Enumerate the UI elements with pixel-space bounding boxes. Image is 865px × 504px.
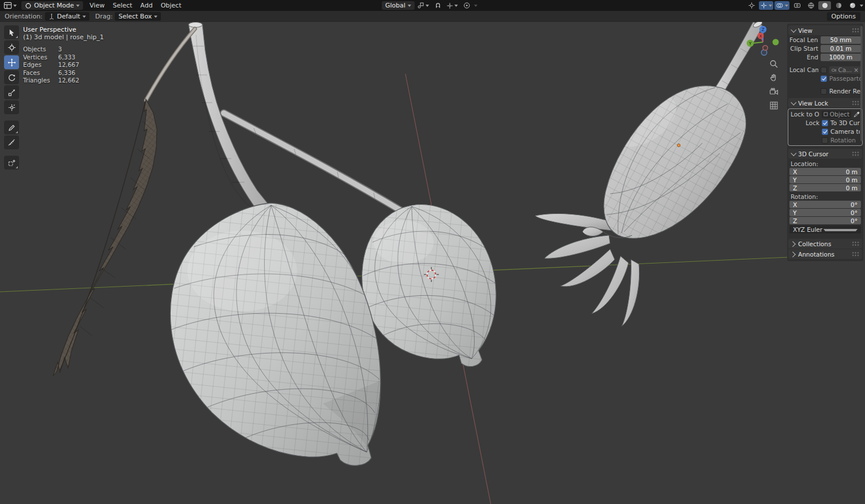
snap-toggle[interactable] <box>431 1 444 10</box>
select-box-icon <box>7 28 16 37</box>
sidebar-scrollbar[interactable] <box>860 26 863 141</box>
toggle-xray[interactable] <box>791 1 803 10</box>
mode-label: Object Mode <box>34 2 74 9</box>
model-rose-hip-right[interactable] <box>600 81 755 242</box>
render-region-checkbox[interactable] <box>821 88 827 95</box>
panel-title-3d-cursor: 3D Cursor <box>798 151 849 157</box>
active-tool-icon-button[interactable] <box>745 1 758 10</box>
toggle-ortho-button[interactable] <box>769 100 779 111</box>
chevron-down-icon <box>791 100 796 106</box>
gizmo-axis-y-neg[interactable] <box>773 39 779 46</box>
panel-header-annotations[interactable]: Annotations <box>788 249 862 259</box>
show-overlays-toggle[interactable] <box>774 1 789 10</box>
shading-solid-button[interactable] <box>818 1 831 10</box>
model-leaf[interactable] <box>46 92 167 386</box>
cursor-location-y-field[interactable]: Y 0 m <box>789 176 861 183</box>
panel-grip-icon[interactable] <box>852 241 859 246</box>
tool-transform[interactable] <box>4 100 19 114</box>
axis-label: Y <box>793 176 796 183</box>
menu-object[interactable]: Object <box>157 0 186 11</box>
gizmo-icon <box>760 2 768 9</box>
chevron-right-icon <box>790 241 796 247</box>
eyedropper-icon[interactable] <box>853 111 860 118</box>
shading-rendered-icon <box>849 2 856 9</box>
zoom-icon <box>769 59 778 69</box>
clip-start-field[interactable]: 0.01 m <box>821 45 861 52</box>
panel-header-3d-cursor[interactable]: 3D Cursor <box>788 149 862 159</box>
chevron-down-icon <box>13 5 17 9</box>
tool-annotate[interactable] <box>4 121 19 134</box>
xray-icon <box>793 2 801 9</box>
chevron-down-icon <box>154 16 157 20</box>
tool-add-cube[interactable] <box>4 156 19 170</box>
camera-to-view-label: Camera to Vi... <box>830 128 860 135</box>
viewport-3d[interactable]: User Perspective (1) 3d model | rose_hip… <box>0 22 865 504</box>
focal-length-field[interactable]: 50 mm <box>821 36 861 44</box>
tool-scale[interactable] <box>4 85 19 99</box>
menu-view[interactable]: View <box>85 0 108 11</box>
cursor-location-label: Location: <box>791 160 860 167</box>
tool-move[interactable] <box>4 55 19 69</box>
local-camera-field[interactable]: Ca... × <box>829 66 861 74</box>
cursor-rotation-z-field[interactable]: Z 0° <box>789 217 861 224</box>
lock-rotation-checkbox[interactable] <box>822 137 828 144</box>
show-gizmo-toggle[interactable] <box>759 1 773 10</box>
camera-view-button[interactable] <box>769 86 779 97</box>
euler-order-dropdown[interactable]: XYZ Euler <box>789 225 861 234</box>
editor-3d-viewport-icon <box>3 1 12 10</box>
tool-rotate[interactable] <box>4 70 19 84</box>
clip-end-field[interactable]: 1000 m <box>821 54 861 61</box>
euler-order-value: XYZ Euler <box>793 226 823 233</box>
options-button[interactable]: Options <box>827 12 860 21</box>
pivot-point-dropdown[interactable] <box>416 1 430 10</box>
snap-settings-dropdown[interactable] <box>445 1 459 10</box>
cursor-rotation-y-field[interactable]: Y 0° <box>789 209 861 216</box>
gizmo-axis-x-neg[interactable] <box>763 46 768 50</box>
shading-wireframe-button[interactable] <box>804 1 817 10</box>
view-lock-highlight-box: Lock to O... Object Lock To 3D Cursor <box>788 108 863 146</box>
editor-type-button[interactable] <box>2 1 18 10</box>
panel-title-collections: Collections <box>798 240 849 247</box>
drag-dropdown[interactable]: Select Box <box>115 12 161 21</box>
mode-dropdown[interactable]: Object Mode <box>21 1 83 10</box>
transform-orientation-dropdown[interactable]: Global <box>382 1 415 10</box>
panel-header-collections[interactable]: Collections <box>788 239 862 249</box>
panel-grip-icon[interactable] <box>852 100 859 106</box>
shading-options-caret-icon[interactable] <box>860 5 863 9</box>
menu-add[interactable]: Add <box>136 0 156 11</box>
render-region-label: Render Regi... <box>829 88 861 95</box>
camera-to-view-checkbox[interactable] <box>822 129 828 135</box>
shading-material-icon <box>835 2 843 9</box>
proportional-editing-toggle[interactable] <box>460 1 473 10</box>
clip-end-row: End 1000 m <box>789 53 861 61</box>
zoom-button[interactable] <box>769 59 779 69</box>
gizmo-z-label: Z <box>761 27 764 32</box>
shading-rendered-button[interactable] <box>846 1 859 10</box>
cursor-location-z-field[interactable]: Z 0 m <box>789 184 861 191</box>
cursor-rotation-x-field[interactable]: X 0° <box>789 201 861 208</box>
tool-measure[interactable] <box>4 136 19 149</box>
shading-material-button[interactable] <box>832 1 845 10</box>
orientation-dropdown[interactable]: Default <box>45 12 89 21</box>
local-camera-checkbox[interactable] <box>821 67 827 73</box>
panel-header-view[interactable]: View <box>788 25 862 35</box>
to-3d-cursor-checkbox[interactable] <box>822 120 828 126</box>
clear-x-icon[interactable]: × <box>853 66 859 73</box>
panel-grip-icon[interactable] <box>852 251 859 257</box>
pan-button[interactable] <box>769 73 779 83</box>
viewport-scene[interactable] <box>0 22 865 504</box>
panel-header-view-lock[interactable]: View Lock <box>788 98 862 108</box>
panel-grip-icon[interactable] <box>852 151 859 156</box>
gizmo-x-label: X <box>759 34 762 39</box>
cursor-location-x-field[interactable]: X 0 m <box>789 168 861 175</box>
passepartout-checkbox[interactable] <box>821 76 827 82</box>
lock-to-object-field[interactable]: Object <box>822 111 851 118</box>
proportional-falloff-caret-icon[interactable] <box>474 5 477 9</box>
tool-select-box[interactable] <box>4 25 19 39</box>
measure-tool-icon <box>7 138 16 147</box>
menu-select[interactable]: Select <box>108 0 136 11</box>
model-rose-hip-large[interactable] <box>161 196 392 473</box>
panel-grip-icon[interactable] <box>852 28 859 33</box>
tool-cursor[interactable] <box>4 40 19 54</box>
navigation-gizmo[interactable]: Z Y X <box>745 24 781 60</box>
